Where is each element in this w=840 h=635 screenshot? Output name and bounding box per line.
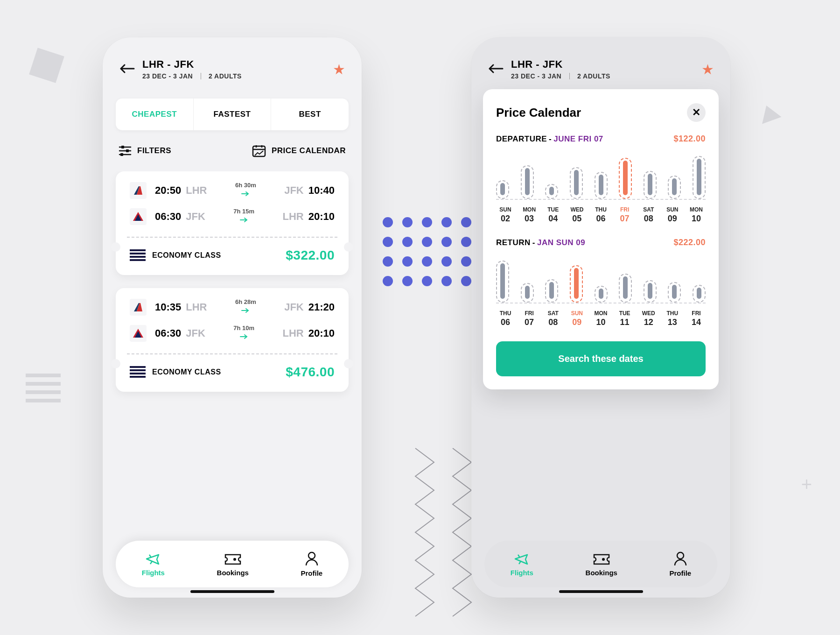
dep-code: JFK [186, 327, 205, 339]
price-bar[interactable] [545, 184, 558, 199]
profile-icon [305, 551, 319, 566]
arr-time: 20:10 [308, 211, 335, 223]
dep-time: 10:35 [155, 301, 181, 313]
calendar-day[interactable]: TUE04 [544, 206, 562, 224]
price-bar[interactable] [521, 165, 534, 199]
search-dates-button[interactable]: Search these dates [496, 341, 706, 376]
price-bar[interactable] [693, 285, 706, 303]
dow-label: SAT [548, 310, 559, 317]
calendar-day[interactable]: MON10 [687, 206, 706, 224]
filters-button[interactable]: FILTERS [119, 144, 171, 157]
flight-leg: 10:35 LHR 6h 28m JFK 21:20 [116, 288, 349, 320]
departure-days: SUN02MON03TUE04WED05THU06FRI07SAT08SUN09… [496, 206, 706, 224]
price-bar[interactable] [668, 176, 681, 199]
day-number: 13 [663, 318, 682, 327]
departure-chart [496, 153, 706, 200]
svg-point-7 [677, 552, 684, 559]
nav-profile[interactable]: Profile [670, 551, 692, 577]
nav-bookings-label: Bookings [217, 569, 249, 577]
calendar-day[interactable]: THU06 [592, 206, 610, 224]
dep-time: 20:50 [155, 184, 181, 197]
calendar-day[interactable]: WED05 [567, 206, 586, 224]
nav-bookings[interactable]: Bookings [217, 552, 249, 577]
nav-flights[interactable]: Flights [142, 552, 165, 577]
calendar-day[interactable]: FRI07 [520, 310, 539, 327]
arr-code: LHR [283, 327, 304, 339]
pax-label: 2 ADULTS [577, 72, 610, 80]
dow-label: THU [595, 206, 607, 213]
sheet-title: Price Calendar [496, 106, 581, 120]
price-bar[interactable] [570, 265, 583, 303]
duration: 6h 28m [207, 298, 285, 316]
arr-code: JFK [284, 301, 304, 313]
return-days: THU06FRI07SAT08SUN09MON10TUE11WED12THU13… [496, 310, 706, 327]
calendar-day[interactable]: MON10 [592, 310, 610, 327]
calendar-day[interactable]: THU06 [496, 310, 515, 327]
dow-label: MON [690, 206, 703, 213]
nav-profile[interactable]: Profile [301, 551, 323, 577]
calendar-day[interactable]: SAT08 [544, 310, 562, 327]
price-bar[interactable] [570, 167, 583, 199]
calendar-day[interactable]: WED12 [639, 310, 658, 327]
calendar-day[interactable]: SUN09 [663, 206, 682, 224]
flight-price: $476.00 [286, 365, 335, 380]
price-bar[interactable] [496, 180, 509, 199]
airline-icon [130, 208, 147, 225]
pax-label: 2 ADULTS [209, 72, 242, 80]
price-bar[interactable] [619, 158, 632, 199]
tab-cheapest[interactable]: CHEAPEST [116, 99, 194, 130]
home-indicator[interactable] [559, 590, 643, 593]
price-bar[interactable] [619, 274, 632, 303]
calendar-day[interactable]: FRI14 [687, 310, 706, 327]
flight-leg: 06:30 JFK 7h 10m LHR 20:10 [116, 320, 349, 353]
price-bar[interactable] [521, 283, 534, 303]
dep-time: 06:30 [155, 327, 181, 339]
route-title: LHR - JFK [511, 58, 701, 71]
calendar-day[interactable]: MON03 [520, 206, 539, 224]
price-bar[interactable] [668, 282, 681, 303]
close-button[interactable]: ✕ [687, 103, 706, 122]
day-number: 08 [639, 214, 658, 224]
nav-profile-label: Profile [301, 569, 323, 577]
departure-price: $122.00 [673, 134, 706, 144]
price-calendar-button[interactable]: PRICE CALENDAR [252, 144, 346, 157]
home-indicator[interactable] [190, 590, 274, 593]
tab-fastest[interactable]: FASTEST [194, 99, 272, 130]
back-button[interactable] [119, 62, 138, 77]
calendar-day[interactable]: SAT08 [639, 206, 658, 224]
return-header: RETURN - JAN SUN 09 $222.00 [496, 238, 706, 247]
svg-point-4 [233, 558, 236, 561]
ticket-icon [592, 552, 611, 566]
price-bar[interactable] [693, 156, 706, 199]
calendar-day[interactable]: FRI07 [616, 206, 634, 224]
favorite-button[interactable]: ★ [333, 61, 345, 78]
header: LHR - JFK 23 DEC - 3 JAN 2 ADULTS ★ [471, 37, 730, 89]
back-button[interactable] [488, 62, 506, 77]
price-bar[interactable] [595, 286, 608, 303]
day-number: 10 [687, 214, 706, 224]
tab-best[interactable]: BEST [271, 99, 349, 130]
dow-label: SUN [571, 310, 583, 317]
favorite-button[interactable]: ★ [701, 61, 714, 78]
calendar-day[interactable]: THU13 [663, 310, 682, 327]
nav-bookings[interactable]: Bookings [586, 552, 617, 577]
calendar-day[interactable]: SUN09 [567, 310, 586, 327]
price-bar[interactable] [644, 171, 657, 199]
price-bar[interactable] [496, 261, 509, 303]
price-bar[interactable] [595, 172, 608, 199]
flight-card[interactable]: 20:50 LHR 6h 30m JFK 10:40 06:30 JFK 7h … [116, 171, 349, 275]
arr-time: 10:40 [308, 184, 335, 197]
price-calendar-sheet: Price Calendar ✕ DEPARTURE - JUNE FRI 07… [483, 89, 719, 389]
price-bar[interactable] [545, 279, 558, 303]
day-number: 07 [616, 214, 634, 224]
route-subtitle: 23 DEC - 3 JAN 2 ADULTS [142, 72, 333, 80]
calendar-day[interactable]: TUE11 [616, 310, 634, 327]
calendar-day[interactable]: SUN02 [496, 206, 515, 224]
price-bar[interactable] [644, 280, 657, 303]
svg-rect-2 [120, 153, 123, 156]
nav-flights[interactable]: Flights [511, 552, 533, 577]
flight-card[interactable]: 10:35 LHR 6h 28m JFK 21:20 06:30 JFK 7h … [116, 288, 349, 392]
departure-label: DEPARTURE [496, 134, 547, 144]
dow-label: FRI [620, 206, 629, 213]
dates-label: 23 DEC - 3 JAN [142, 72, 193, 80]
